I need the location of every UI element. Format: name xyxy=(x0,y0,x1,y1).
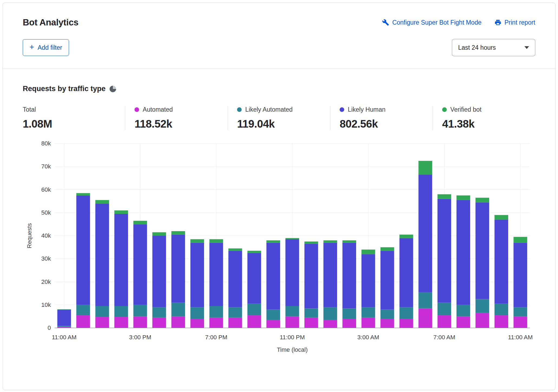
svg-text:11:00 AM: 11:00 AM xyxy=(508,334,533,341)
time-range-select[interactable]: Last 24 hours xyxy=(452,39,535,56)
svg-text:60k: 60k xyxy=(41,186,51,193)
stat-likely-human: Likely Human 802.56k xyxy=(330,106,433,130)
stat-total-value: 1.08M xyxy=(23,118,125,130)
svg-text:Time (local): Time (local) xyxy=(277,346,308,353)
verified-bot-legend-dot xyxy=(442,107,447,112)
svg-text:10k: 10k xyxy=(41,301,51,308)
bot-analytics-card: Bot Analytics Configure Super Bot Fight … xyxy=(2,2,556,390)
requests-by-traffic-type-chart[interactable]: 010k20k30k40k50k60k70k80k11:00 AM3:00 PM… xyxy=(23,139,535,358)
page-title: Bot Analytics xyxy=(23,17,78,28)
svg-text:Requests: Requests xyxy=(26,223,33,248)
print-link-label: Print report xyxy=(504,19,535,26)
filter-row: + Add filter Last 24 hours xyxy=(23,39,535,56)
configure-link-label: Configure Super Bot Fight Mode xyxy=(392,19,481,26)
header-links: Configure Super Bot Fight Mode Print rep… xyxy=(382,19,535,26)
header-divider xyxy=(3,69,555,69)
section-title: Requests by traffic type xyxy=(23,85,106,93)
svg-text:30k: 30k xyxy=(41,255,51,262)
stat-verified-bot: Verified bot 41.38k xyxy=(433,106,535,130)
add-filter-button[interactable]: + Add filter xyxy=(23,39,69,56)
stat-total-label: Total xyxy=(23,106,36,113)
svg-text:3:00 PM: 3:00 PM xyxy=(129,334,151,341)
configure-super-bot-fight-mode-link[interactable]: Configure Super Bot Fight Mode xyxy=(382,19,481,26)
svg-text:40k: 40k xyxy=(41,232,51,239)
svg-text:20k: 20k xyxy=(41,278,51,285)
stat-likely-human-value: 802.56k xyxy=(340,118,433,130)
svg-text:80k: 80k xyxy=(41,140,51,147)
likely-human-legend-dot xyxy=(340,107,344,112)
header: Bot Analytics Configure Super Bot Fight … xyxy=(23,17,535,28)
stat-likely-automated-value: 119.04k xyxy=(237,118,330,130)
stat-verified-bot-label: Verified bot xyxy=(450,106,481,113)
svg-text:7:00 PM: 7:00 PM xyxy=(205,334,227,341)
svg-text:11:00 PM: 11:00 PM xyxy=(280,334,305,341)
wrench-icon xyxy=(382,19,389,26)
automated-legend-dot xyxy=(134,107,139,112)
stat-likely-automated: Likely Automated 119.04k xyxy=(228,106,330,130)
traffic-type-stats: Total 1.08M Automated 118.52k Likely Aut… xyxy=(23,106,535,130)
bot-analytics-page: Bot Analytics Configure Super Bot Fight … xyxy=(0,0,558,392)
chevron-down-icon xyxy=(524,46,529,49)
svg-text:70k: 70k xyxy=(41,163,51,170)
svg-text:11:00 AM: 11:00 AM xyxy=(52,334,76,341)
stat-automated-value: 118.52k xyxy=(134,118,228,130)
plus-icon: + xyxy=(29,43,34,51)
likely-automated-legend-dot xyxy=(237,107,242,112)
stat-likely-human-label: Likely Human xyxy=(348,106,385,113)
stat-automated: Automated 118.52k xyxy=(125,106,228,130)
stat-verified-bot-value: 41.38k xyxy=(442,118,535,130)
pie-chart-icon xyxy=(110,86,116,92)
svg-text:0: 0 xyxy=(48,324,51,331)
stat-likely-automated-label: Likely Automated xyxy=(245,106,293,113)
stat-total: Total 1.08M xyxy=(23,106,125,130)
time-range-value: Last 24 hours xyxy=(458,44,496,51)
svg-text:7:00 AM: 7:00 AM xyxy=(434,334,455,341)
chart-svg: 010k20k30k40k50k60k70k80k11:00 AM3:00 PM… xyxy=(23,139,536,357)
svg-text:50k: 50k xyxy=(41,209,51,216)
printer-icon xyxy=(494,19,501,26)
section-title-row: Requests by traffic type xyxy=(23,85,535,93)
stat-automated-label: Automated xyxy=(143,106,173,113)
print-report-link[interactable]: Print report xyxy=(494,19,535,26)
add-filter-label: Add filter xyxy=(38,44,62,51)
svg-text:3:00 AM: 3:00 AM xyxy=(357,334,379,341)
